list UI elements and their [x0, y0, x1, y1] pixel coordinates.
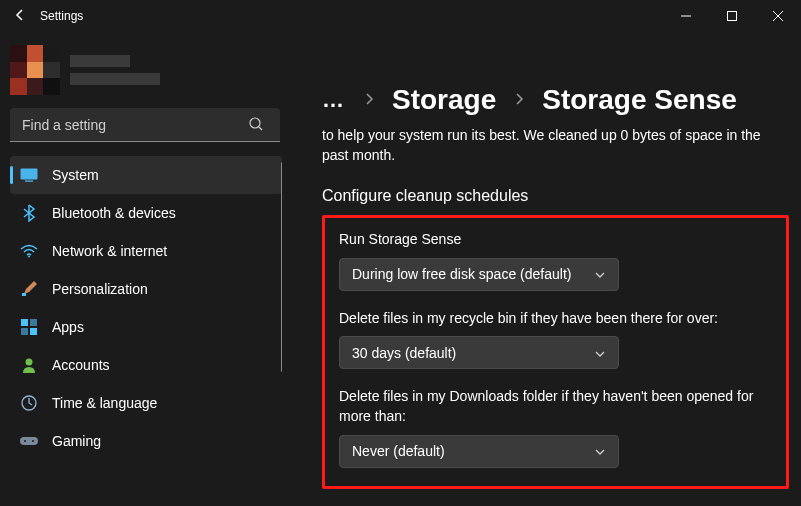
field-label: Delete files in my Downloads folder if t…: [339, 387, 759, 426]
field-downloads: Delete files in my Downloads folder if t…: [339, 387, 772, 467]
avatar: [10, 45, 60, 95]
sidebar: System Bluetooth & devices Network & int…: [0, 32, 292, 506]
field-run-storage-sense: Run Storage Sense During low free disk s…: [339, 230, 772, 291]
close-button[interactable]: [755, 0, 801, 32]
intro-text: to help your system run its best. We cle…: [322, 126, 762, 165]
sidebar-item-label: Bluetooth & devices: [52, 205, 176, 221]
svg-rect-5: [22, 293, 26, 296]
svg-point-13: [24, 440, 26, 442]
field-label: Run Storage Sense: [339, 230, 772, 250]
person-icon: [20, 356, 38, 374]
sidebar-item-accounts[interactable]: Accounts: [10, 346, 282, 384]
section-heading: Configure cleanup schedules: [322, 187, 781, 205]
breadcrumb-parent-link[interactable]: Storage: [392, 84, 496, 116]
breadcrumb: … Storage Storage Sense: [322, 84, 781, 116]
recycle-bin-dropdown[interactable]: 30 days (default): [339, 336, 619, 369]
svg-rect-0: [728, 12, 737, 21]
svg-rect-6: [21, 319, 28, 326]
svg-point-1: [250, 118, 260, 128]
window-title: Settings: [40, 9, 83, 23]
sidebar-item-label: Accounts: [52, 357, 110, 373]
svg-point-4: [28, 256, 30, 258]
sidebar-item-gaming[interactable]: Gaming: [10, 422, 282, 460]
search-field[interactable]: [10, 108, 282, 142]
dropdown-value: Never (default): [352, 443, 445, 459]
chevron-down-icon: [594, 266, 606, 282]
chevron-down-icon: [594, 443, 606, 459]
highlighted-region: Run Storage Sense During low free disk s…: [322, 215, 789, 488]
dropdown-value: 30 days (default): [352, 345, 456, 361]
dropdown-value: During low free disk space (default): [352, 266, 571, 282]
svg-point-10: [26, 359, 33, 366]
sidebar-item-label: Gaming: [52, 433, 101, 449]
svg-rect-12: [20, 437, 38, 445]
account-name-redacted: [70, 55, 160, 85]
maximize-button[interactable]: [709, 0, 755, 32]
field-label: Delete files in my recycle bin if they h…: [339, 309, 772, 329]
chevron-down-icon: [594, 345, 606, 361]
account-header[interactable]: [10, 42, 282, 98]
downloads-dropdown[interactable]: Never (default): [339, 435, 619, 468]
sidebar-item-system[interactable]: System: [10, 156, 282, 194]
svg-point-14: [32, 440, 34, 442]
sidebar-item-label: Apps: [52, 319, 84, 335]
svg-rect-8: [21, 328, 28, 335]
sidebar-item-label: Personalization: [52, 281, 148, 297]
search-icon: [248, 116, 264, 135]
nav-list: System Bluetooth & devices Network & int…: [10, 156, 282, 460]
sidebar-item-label: System: [52, 167, 99, 183]
titlebar: Settings: [0, 0, 801, 32]
wifi-icon: [20, 242, 38, 260]
back-button[interactable]: [0, 7, 40, 26]
svg-rect-9: [30, 328, 37, 335]
run-storage-sense-dropdown[interactable]: During low free disk space (default): [339, 258, 619, 291]
sidebar-scrollbar[interactable]: [281, 162, 282, 372]
bluetooth-icon: [20, 204, 38, 222]
apps-icon: [20, 318, 38, 336]
svg-rect-3: [25, 181, 33, 182]
sidebar-item-label: Time & language: [52, 395, 157, 411]
sidebar-item-network[interactable]: Network & internet: [10, 232, 282, 270]
sidebar-item-label: Network & internet: [52, 243, 167, 259]
gamepad-icon: [20, 432, 38, 450]
search-input[interactable]: [10, 108, 280, 142]
minimize-button[interactable]: [663, 0, 709, 32]
field-recycle-bin: Delete files in my recycle bin if they h…: [339, 309, 772, 370]
breadcrumb-more-button[interactable]: …: [322, 87, 346, 113]
chevron-right-icon: [364, 92, 374, 109]
svg-rect-7: [30, 319, 37, 326]
sidebar-item-bluetooth[interactable]: Bluetooth & devices: [10, 194, 282, 232]
svg-rect-2: [21, 169, 38, 180]
page-title: Storage Sense: [542, 84, 737, 116]
system-icon: [20, 166, 38, 184]
globe-clock-icon: [20, 394, 38, 412]
sidebar-item-apps[interactable]: Apps: [10, 308, 282, 346]
sidebar-item-personalization[interactable]: Personalization: [10, 270, 282, 308]
brush-icon: [20, 280, 38, 298]
sidebar-item-time-language[interactable]: Time & language: [10, 384, 282, 422]
content-area: … Storage Storage Sense to help your sys…: [292, 32, 801, 506]
chevron-right-icon: [514, 92, 524, 109]
